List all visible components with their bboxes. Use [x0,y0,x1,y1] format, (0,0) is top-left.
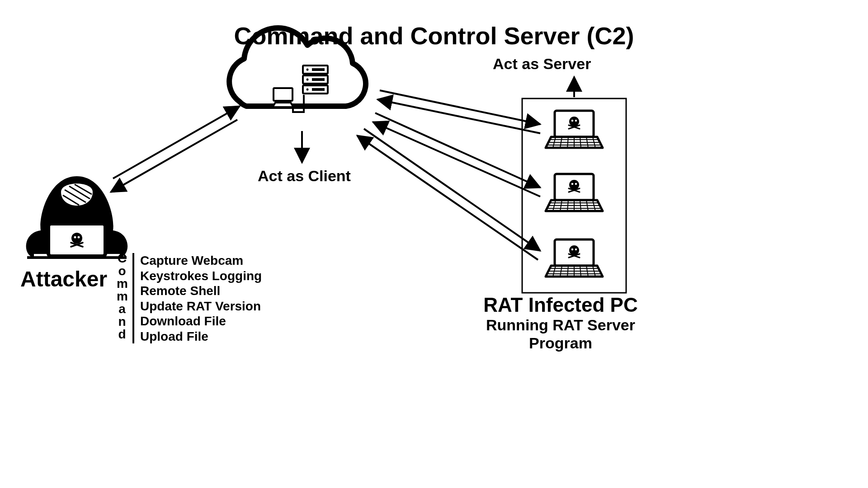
attacker-icon [26,174,127,258]
command-item: Capture Webcam [140,253,262,268]
infected-laptop-icon [546,174,603,211]
act-as-server-label: Act as Server [493,55,591,73]
command-item: Download File [140,314,262,329]
diagram-title: Command and Control Server (C2) [0,22,868,50]
infected-sub2: Program [461,334,660,352]
command-item: Keystrokes Logging [140,268,262,284]
svg-rect-25 [312,88,325,91]
svg-point-34 [78,236,80,239]
arrow-pc1-to-c2 [377,99,540,133]
diagram-canvas [0,0,868,488]
svg-point-21 [307,79,309,81]
infected-laptop-icon [546,239,603,277]
arrow-pc2-to-c2 [373,122,540,197]
arrow-c2-to-pc1 [380,90,540,124]
svg-point-20 [307,69,309,71]
command-item: Remote Shell [140,283,262,299]
svg-rect-26 [274,88,292,101]
arrow-pc3-to-c2 [357,136,538,260]
svg-rect-35 [76,241,78,243]
infected-laptop-icon [546,111,603,148]
svg-point-33 [74,236,76,239]
command-list: Capture Webcam Keystrokes Logging Remote… [140,253,262,344]
server-rack-icon [303,66,328,94]
act-as-client-label: Act as Client [258,167,351,185]
svg-rect-24 [312,78,325,81]
attacker-label: Attacker [20,267,107,291]
command-item: Upload File [140,329,262,344]
arrow-c2-to-pc2 [375,113,540,188]
infected-sub1: Running RAT Server [461,316,660,334]
command-vertical: C o m m a n d [117,252,127,341]
svg-rect-23 [312,68,325,71]
arrow-attacker-to-c2 [113,106,240,178]
svg-point-22 [307,89,309,91]
command-item: Update RAT Version [140,299,262,314]
client-pc-icon [273,88,293,107]
infected-title: RAT Infected PC [461,294,660,316]
arrow-c2-to-attacker [111,120,237,192]
